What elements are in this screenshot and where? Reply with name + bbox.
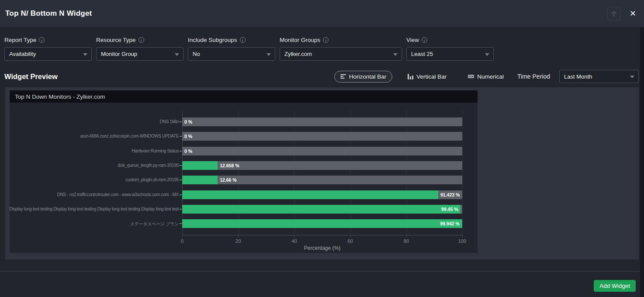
- chart: 020406080100Percentage (%)DNS 1Min0 %aru…: [10, 90, 478, 253]
- selected-value: Least 25: [411, 51, 433, 57]
- toggle-label: Vertical Bar: [416, 73, 447, 80]
- bar: [182, 205, 460, 214]
- x-tick-label: 100: [454, 238, 471, 244]
- selected-value: Zylker.com: [284, 51, 312, 57]
- time-period-select[interactable]: Last Month: [559, 70, 639, 83]
- x-tick-label: 60: [342, 238, 359, 244]
- widget-preview-panel: 020406080100Percentage (%)DNS 1Min0 %aru…: [5, 87, 639, 259]
- category-tick: [180, 223, 182, 224]
- signpost-icon: [610, 10, 617, 17]
- config-form: Report Type i Availability Resource Type…: [4, 37, 494, 61]
- field-label-text: Monitor Groups: [280, 37, 320, 43]
- section-title: Widget Preview: [4, 73, 58, 81]
- horizontal-bar-icon: [340, 74, 346, 79]
- field-resource-type: Resource Type i Monitor Group: [96, 37, 184, 61]
- field-label-text: Resource Type: [96, 37, 136, 43]
- header-actions: ✕: [607, 7, 639, 20]
- value-label: 12.658 %: [220, 163, 239, 168]
- view-select[interactable]: Least 25: [406, 47, 494, 61]
- bar-track: [182, 219, 462, 228]
- field-label-text: Report Type: [4, 37, 36, 43]
- add-widget-button[interactable]: Add Widget: [594, 280, 636, 292]
- time-period-label: Time Period: [517, 73, 550, 80]
- info-icon[interactable]: i: [240, 37, 246, 43]
- include-subgroups-select[interactable]: No: [188, 47, 275, 61]
- field-include-subgroups: Include Subgroups i No: [188, 37, 275, 61]
- report-type-select[interactable]: Availability: [4, 47, 92, 61]
- category-label: disk_queue_length.py-ram-20195: [118, 163, 179, 168]
- gridline: [294, 111, 294, 235]
- selected-value: Availability: [9, 51, 36, 57]
- page-edge: [640, 27, 644, 297]
- bar-track: [182, 147, 462, 155]
- info-icon[interactable]: i: [39, 37, 45, 43]
- resource-type-select[interactable]: Monitor Group: [96, 47, 184, 61]
- field-monitor-groups: Monitor Groups i Zylker.com: [280, 37, 402, 61]
- category-tick: [180, 194, 182, 195]
- vertical-bar-icon: [408, 74, 413, 79]
- value-label: 99.45 %: [441, 207, 458, 212]
- footer-divider: [0, 271, 644, 272]
- preview-header: Widget Preview Horizontal Bar Vertical B…: [4, 69, 639, 84]
- toggle-label: Numerical: [477, 73, 504, 80]
- category-label: Display long text testing Display long t…: [10, 207, 179, 211]
- chevron-down-icon: [630, 76, 634, 78]
- widget-dialog: Top N/ Bottom N Widget ✕ Report Type i: [0, 0, 644, 297]
- monitor-groups-label: Monitor Groups i: [280, 37, 402, 43]
- info-icon[interactable]: i: [323, 37, 329, 43]
- chevron-down-icon: [267, 53, 271, 56]
- value-label: 0 %: [184, 119, 192, 124]
- include-subgroups-label: Include Subgroups i: [188, 37, 275, 43]
- value-label: 12.66 %: [220, 177, 237, 183]
- dialog-header: Top N/ Bottom N Widget ✕: [0, 0, 644, 27]
- x-axis-line: [182, 235, 463, 235]
- x-tick-label: 40: [285, 238, 303, 244]
- toggle-label: Horizontal Bar: [349, 73, 387, 80]
- bar: [182, 190, 438, 199]
- bar-track: [182, 190, 462, 199]
- bar-track: [182, 117, 462, 126]
- field-view: View i Least 25: [406, 37, 494, 61]
- toggle-vertical-bar[interactable]: Vertical Bar: [402, 71, 453, 83]
- value-label: 99.942 %: [440, 221, 459, 226]
- chart-title: Top N Down Monitors - Zylker.com: [10, 90, 478, 103]
- gridline: [350, 111, 351, 235]
- report-type-label: Report Type i: [4, 37, 92, 43]
- resource-type-label: Resource Type i: [96, 37, 184, 43]
- category-label: DNS - ns2.trafficcontrolrouter.com - www…: [57, 192, 179, 197]
- gridline: [406, 111, 407, 235]
- signpost-button[interactable]: [607, 7, 620, 20]
- category-label: Hardware Running Status: [132, 148, 179, 153]
- chevron-down-icon: [83, 53, 87, 56]
- bar-track: [182, 205, 462, 214]
- toggle-numerical[interactable]: Numerical: [462, 71, 510, 83]
- field-report-type: Report Type i Availability: [4, 37, 92, 61]
- value-label: 91.423 %: [440, 192, 460, 197]
- gridline: [462, 111, 463, 235]
- chart-plot: 020406080100Percentage (%)DNS 1Min0 %aru…: [10, 90, 478, 253]
- bar: [182, 219, 462, 228]
- x-tick-label: 20: [229, 238, 247, 244]
- gridline: [182, 111, 183, 235]
- category-label: custom_plugin.sh-ram-20195: [125, 177, 179, 182]
- info-icon[interactable]: i: [138, 37, 144, 43]
- category-tick: [180, 151, 182, 152]
- chart-type-toggles: Horizontal Bar Vertical Bar Numerical Ti…: [334, 70, 639, 83]
- chevron-down-icon: [393, 53, 398, 56]
- field-label-text: View: [406, 37, 419, 43]
- x-tick-label: 80: [398, 238, 415, 244]
- monitor-groups-select[interactable]: Zylker.com: [280, 47, 402, 61]
- category-label: DNS 1Min: [160, 119, 179, 124]
- category-tick: [180, 180, 182, 180]
- value-label: 0 %: [184, 148, 192, 154]
- info-icon[interactable]: i: [422, 37, 427, 43]
- category-tick: [180, 209, 182, 210]
- toggle-horizontal-bar[interactable]: Horizontal Bar: [334, 71, 393, 83]
- x-tick-label: 0: [173, 238, 191, 244]
- chevron-down-icon: [175, 53, 179, 56]
- category-tick: [180, 165, 182, 166]
- close-icon[interactable]: ✕: [627, 10, 639, 17]
- chevron-down-icon: [485, 53, 489, 56]
- category-label: ステータスページ プラン: [130, 221, 179, 227]
- category-tick: [180, 136, 182, 137]
